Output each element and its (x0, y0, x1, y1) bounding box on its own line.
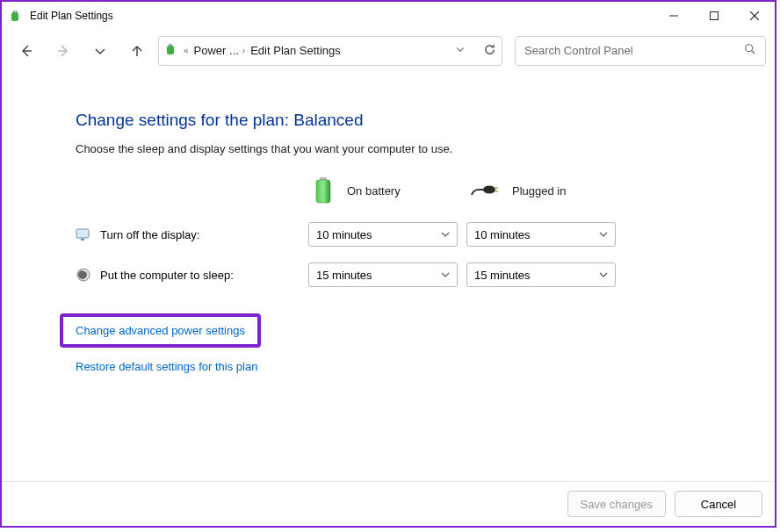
svg-point-12 (746, 45, 753, 52)
highlighted-link-box: Change advanced power settings (60, 313, 261, 348)
row-label-sleep: Put the computer to sleep: (76, 267, 308, 283)
svg-rect-10 (169, 44, 170, 47)
settings-grid: On battery Plugged in Turn (76, 175, 748, 287)
breadcrumb-label: Edit Plan Settings (250, 44, 341, 57)
refresh-button[interactable] (483, 43, 496, 59)
row-label-display: Turn off the display: (76, 226, 308, 242)
search-icon (744, 43, 756, 58)
page-subtext: Choose the sleep and display settings th… (76, 142, 748, 155)
address-bar[interactable]: « Power ... › Edit Plan Settings (158, 36, 502, 66)
forward-button[interactable] (47, 37, 79, 65)
window-frame: Edit Plan Settings (0, 0, 776, 528)
breadcrumb-segment[interactable]: Power ... › (194, 44, 246, 57)
chevron-down-icon (599, 230, 608, 239)
save-changes-button[interactable]: Save changes (567, 491, 666, 517)
sleep-plugged-select[interactable]: 15 minutes (466, 262, 616, 287)
breadcrumb-prefix-icon: « (184, 46, 189, 55)
power-options-icon (9, 9, 23, 23)
search-placeholder: Search Control Panel (524, 44, 633, 57)
svg-rect-17 (495, 187, 498, 189)
maximize-button[interactable] (694, 3, 734, 29)
svg-rect-11 (171, 44, 173, 47)
display-plugged-select[interactable]: 10 minutes (466, 222, 616, 247)
titlebar: Edit Plan Settings (2, 2, 775, 30)
recent-locations-button[interactable] (84, 37, 116, 65)
chevron-right-icon: › (242, 46, 245, 55)
svg-rect-4 (711, 12, 719, 20)
select-value: 15 minutes (316, 269, 372, 282)
sleep-battery-select[interactable]: 15 minutes (308, 262, 458, 287)
navigation-toolbar: « Power ... › Edit Plan Settings Search … (2, 30, 775, 72)
svg-rect-15 (316, 180, 330, 203)
svg-line-13 (752, 51, 755, 54)
window-controls (654, 3, 775, 29)
select-value: 15 minutes (474, 269, 531, 282)
svg-rect-14 (320, 177, 327, 180)
address-dropdown-button[interactable] (455, 44, 466, 57)
window-title: Edit Plan Settings (30, 10, 654, 22)
svg-rect-20 (81, 239, 84, 241)
content-area: Change settings for the plan: Balanced C… (2, 72, 775, 481)
cancel-button[interactable]: Cancel (675, 491, 762, 517)
power-options-icon (164, 42, 178, 59)
svg-rect-19 (76, 229, 89, 238)
search-input[interactable]: Search Control Panel (515, 36, 766, 66)
select-value: 10 minutes (474, 228, 531, 241)
restore-defaults-link[interactable]: Restore default settings for this plan (76, 360, 748, 373)
plug-icon (470, 181, 500, 201)
select-value: 10 minutes (316, 228, 372, 241)
chevron-down-icon (441, 230, 450, 239)
close-button[interactable] (734, 3, 775, 29)
chevron-down-icon (599, 270, 608, 279)
up-button[interactable] (121, 37, 153, 65)
svg-rect-2 (16, 11, 18, 13)
chevron-down-icon (441, 270, 450, 279)
page-heading: Change settings for the plan: Balanced (76, 111, 748, 130)
breadcrumb-segment[interactable]: Edit Plan Settings (250, 44, 341, 57)
back-button[interactable] (11, 37, 42, 65)
column-header-plugged: Plugged in (466, 175, 625, 206)
row-label-text: Put the computer to sleep: (100, 269, 234, 282)
row-label-text: Turn off the display: (100, 228, 199, 241)
svg-rect-0 (11, 12, 18, 21)
footer-bar: Save changes Cancel (2, 481, 775, 526)
display-battery-select[interactable]: 10 minutes (308, 222, 458, 247)
sleep-icon (76, 267, 91, 283)
svg-point-16 (483, 185, 495, 193)
breadcrumb-label: Power ... (194, 44, 239, 57)
minimize-button[interactable] (654, 3, 694, 29)
links-section: Change advanced power settings Restore d… (76, 313, 748, 373)
battery-icon (312, 176, 335, 206)
display-icon (76, 226, 91, 242)
svg-rect-9 (167, 46, 174, 54)
column-label: Plugged in (512, 184, 566, 198)
column-header-battery: On battery (308, 175, 466, 206)
svg-rect-18 (495, 191, 498, 192)
column-label: On battery (347, 184, 401, 198)
change-advanced-link[interactable]: Change advanced power settings (76, 324, 245, 337)
svg-rect-1 (13, 11, 15, 13)
